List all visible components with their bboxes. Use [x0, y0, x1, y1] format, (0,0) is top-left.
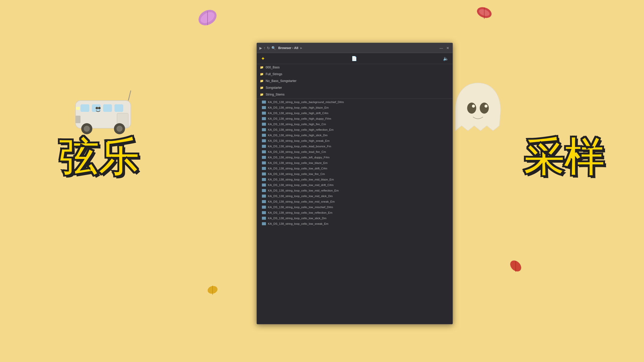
- file-name-1: KA_DS_138_string_loop_cello_high_blaze_E…: [268, 106, 329, 109]
- file-item-12[interactable]: KA_DS_138_string_loop_cello_low_drift_C#…: [257, 166, 453, 171]
- toolbar-left: ✦: [261, 56, 265, 62]
- file-icon-20: [262, 211, 266, 214]
- file-item-19[interactable]: KA_DS_138_string_loop_cello_low_mischief…: [257, 204, 453, 210]
- file-item-18[interactable]: KA_DS_138_string_loop_cello_low_mid_snea…: [257, 199, 453, 204]
- folder-item-bass[interactable]: 📁 000_Bass: [257, 64, 453, 71]
- file-icon-11: [262, 161, 266, 164]
- folder-icon-bass: 📁: [260, 66, 264, 69]
- chinese-label-left: 弦乐: [58, 131, 138, 185]
- file-icon-7: [262, 139, 266, 142]
- file-icon-22: [262, 222, 266, 225]
- browser-window: ▶ ↑ ↻ 🔍 Browser - All ► — ✕ ✦ 📄 🔈 📁 000_…: [257, 43, 453, 324]
- file-list[interactable]: KA_DS_138_string_loop_cello_background_m…: [257, 99, 453, 324]
- sparkle-icon[interactable]: ✦: [261, 56, 265, 62]
- breadcrumb-arrow: ►: [300, 46, 303, 50]
- folder-label-songstarter: Songstarter: [266, 86, 282, 89]
- browser-titlebar: ▶ ↑ ↻ 🔍 Browser - All ► — ✕: [257, 43, 453, 53]
- file-name-4: KA_DS_138_string_loop_cello_high_fire_Cm: [268, 123, 326, 126]
- file-name-6: KA_DS_138_string_loop_cello_high_slick_D…: [268, 134, 328, 137]
- search-icon[interactable]: 🔍: [271, 46, 276, 50]
- browser-title: Browser - All: [278, 46, 298, 50]
- svg-rect-13: [103, 104, 112, 112]
- file-item-16[interactable]: KA_DS_138_string_loop_cello_low_mid_refl…: [257, 188, 453, 193]
- file-item-22[interactable]: KA_DS_138_string_loop_cello_low_sneak_Em: [257, 221, 453, 227]
- file-icon-1: [262, 106, 266, 109]
- file-icon-14: [262, 178, 266, 181]
- file-icon-18: [262, 200, 266, 203]
- svg-point-28: [485, 105, 488, 108]
- file-icon-13: [262, 172, 266, 175]
- svg-point-27: [472, 105, 475, 108]
- file-icon-15: [262, 184, 266, 187]
- folder-label-bass: 000_Bass: [266, 66, 280, 69]
- file-name-17: KA_DS_138_string_loop_cello_low_mid_slic…: [268, 195, 333, 198]
- file-icon-4: [262, 123, 266, 126]
- document-icon[interactable]: 📄: [351, 56, 357, 61]
- file-icon-8: [262, 145, 266, 148]
- titlebar-controls: — ✕: [439, 46, 450, 50]
- file-item-8[interactable]: KA_DS_138_string_loop_cello_lead_bounce_…: [257, 144, 453, 149]
- file-name-7: KA_DS_138_string_loop_cello_high_sneak_E…: [268, 139, 330, 142]
- refresh-icon[interactable]: ↻: [267, 46, 270, 50]
- file-item-14[interactable]: KA_DS_138_string_loop_cello_low_mid_blaz…: [257, 177, 453, 182]
- file-name-19: KA_DS_138_string_loop_cello_low_mischief…: [268, 206, 333, 209]
- file-item-3[interactable]: KA_DS_138_string_loop_cello_high_duppy_F…: [257, 116, 453, 121]
- file-name-22: KA_DS_138_string_loop_cello_low_sneak_Em: [268, 222, 328, 225]
- file-item-20[interactable]: KA_DS_138_string_loop_cello_low_reflecti…: [257, 210, 453, 215]
- svg-point-25: [467, 103, 476, 114]
- file-item-5[interactable]: KA_DS_138_string_loop_cello_high_reflect…: [257, 127, 453, 132]
- folder-item-string-stems[interactable]: 📁 String_Stems: [257, 91, 453, 98]
- close-button[interactable]: ✕: [446, 46, 450, 50]
- file-item-21[interactable]: KA_DS_138_string_loop_cello_low_slick_Dm: [257, 215, 453, 221]
- minimize-button[interactable]: —: [439, 46, 444, 50]
- folder-label-no-bass: No_Bass_Songstarter: [266, 79, 296, 83]
- bus-decoration: [70, 85, 141, 137]
- file-item-6[interactable]: KA_DS_138_string_loop_cello_high_slick_D…: [257, 132, 453, 138]
- chinese-label-right: 采样: [523, 131, 604, 185]
- svg-point-23: [96, 107, 98, 109]
- file-name-16: KA_DS_138_string_loop_cello_low_mid_refl…: [268, 189, 339, 192]
- file-item-11[interactable]: KA_DS_138_string_loop_cello_low_blaze_Em: [257, 160, 453, 166]
- folder-item-songstarter[interactable]: 📁 Songstarter: [257, 84, 453, 91]
- file-icon-0: [262, 101, 266, 104]
- file-item-7[interactable]: KA_DS_138_string_loop_cello_high_sneak_E…: [257, 138, 453, 144]
- folder-icon-no-bass: 📁: [260, 79, 264, 83]
- svg-line-22: [128, 90, 131, 101]
- svg-rect-11: [80, 104, 89, 112]
- file-name-2: KA_DS_138_string_loop_cello_high_drift_C…: [268, 112, 328, 115]
- file-item-4[interactable]: KA_DS_138_string_loop_cello_high_fire_Cm: [257, 121, 453, 127]
- file-item-10[interactable]: KA_DS_138_string_loop_cello_left_duppy_F…: [257, 155, 453, 160]
- file-name-11: KA_DS_138_string_loop_cello_low_blaze_Em: [268, 161, 328, 164]
- folder-icon-songstarter: 📁: [260, 86, 264, 89]
- file-item-15[interactable]: KA_DS_138_string_loop_cello_low_mid_drif…: [257, 182, 453, 188]
- browser-toolbar: ✦ 📄 🔈: [257, 53, 453, 64]
- file-icon-10: [262, 156, 266, 159]
- file-icon-3: [262, 117, 266, 120]
- file-icon-16: [262, 189, 266, 192]
- file-icon-21: [262, 217, 266, 220]
- file-name-14: KA_DS_138_string_loop_cello_low_mid_blaz…: [268, 178, 334, 181]
- file-name-0: KA_DS_138_string_loop_cello_background_m…: [268, 101, 344, 104]
- folder-label-string-stems: String_Stems: [266, 93, 285, 96]
- speaker-icon[interactable]: 🔈: [443, 56, 449, 61]
- svg-rect-21: [76, 107, 80, 110]
- nav-up-icon[interactable]: ↑: [264, 46, 265, 50]
- file-item-9[interactable]: KA_DS_138_string_loop_cello_lead_fire_Cm: [257, 149, 453, 155]
- file-name-9: KA_DS_138_string_loop_cello_lead_fire_Cm: [268, 150, 326, 153]
- file-name-8: KA_DS_138_string_loop_cello_lead_bounce_…: [268, 145, 331, 148]
- file-item-13[interactable]: KA_DS_138_string_loop_cello_low_fire_Cm: [257, 171, 453, 177]
- file-item-2[interactable]: KA_DS_138_string_loop_cello_high_drift_C…: [257, 110, 453, 116]
- file-item-1[interactable]: KA_DS_138_string_loop_cello_high_blaze_E…: [257, 105, 453, 110]
- file-name-12: KA_DS_138_string_loop_cello_low_drift_C#…: [268, 167, 327, 170]
- file-icon-19: [262, 206, 266, 209]
- nav-back-icon[interactable]: ▶: [259, 46, 262, 50]
- file-item-17[interactable]: KA_DS_138_string_loop_cello_low_mid_slic…: [257, 193, 453, 199]
- folder-item-full-strings[interactable]: 📁 Full_Strings: [257, 71, 453, 78]
- file-item-0[interactable]: KA_DS_138_string_loop_cello_background_m…: [257, 99, 453, 105]
- file-name-13: KA_DS_138_string_loop_cello_low_fire_Cm: [268, 172, 325, 175]
- folder-item-no-bass[interactable]: 📁 No_Bass_Songstarter: [257, 78, 453, 84]
- titlebar-left: ▶ ↑ ↻ 🔍 Browser - All ►: [259, 46, 303, 50]
- file-name-20: KA_DS_138_string_loop_cello_low_reflecti…: [268, 211, 332, 214]
- folder-icon-string-stems: 📁: [260, 93, 264, 96]
- folder-label-full-strings: Full_Strings: [266, 72, 282, 76]
